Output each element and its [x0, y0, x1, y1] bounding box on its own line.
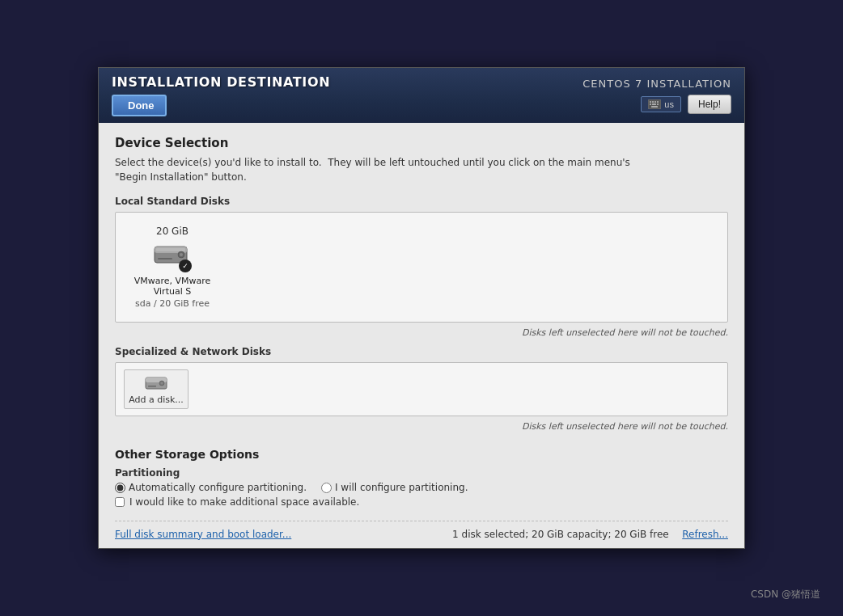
- local-disks-box: 20 GiB VMware, VMware Virt: [115, 212, 728, 323]
- manual-partition-label: I will configure partitioning.: [335, 482, 468, 493]
- other-storage-section: Other Storage Options Partitioning Autom…: [115, 440, 728, 514]
- installer-window: INSTALLATION DESTINATION Done CENTOS 7 I…: [98, 67, 745, 549]
- svg-rect-1: [650, 101, 651, 103]
- help-button[interactable]: Help!: [688, 95, 731, 114]
- svg-rect-14: [158, 258, 172, 259]
- additional-space-checkbox[interactable]: [115, 497, 125, 507]
- svg-rect-2: [652, 101, 654, 103]
- auto-partition-label: Automatically configure partitioning.: [129, 482, 307, 493]
- keyboard-label: us: [664, 99, 674, 109]
- auto-partition-radio[interactable]: [115, 483, 125, 493]
- network-disks-box: Add a disk...: [115, 362, 728, 416]
- keyboard-icon: [648, 99, 661, 109]
- unselected-note-2: Disks left unselected here will not be t…: [115, 421, 728, 432]
- additional-space-label: I would like to make additional space av…: [129, 496, 359, 508]
- disk-name: VMware, VMware Virtual S: [129, 276, 216, 297]
- network-disks-label: Specialized & Network Disks: [115, 346, 728, 357]
- svg-point-13: [180, 253, 183, 256]
- disk-info: sda / 20 GiB free: [135, 298, 210, 309]
- centos-title: CENTOS 7 INSTALLATION: [582, 78, 731, 90]
- header-right: CENTOS 7 INSTALLATION: [570, 68, 744, 123]
- svg-rect-4: [657, 101, 659, 103]
- selected-checkmark: [179, 259, 192, 272]
- svg-rect-8: [651, 106, 658, 108]
- content: Device Selection Select the device(s) yo…: [99, 123, 744, 548]
- disk-summary-text: 1 disk selected; 20 GiB capacity; 20 GiB…: [452, 529, 669, 540]
- device-selection-desc: Select the device(s) you'd like to insta…: [115, 155, 728, 184]
- disk-item[interactable]: 20 GiB VMware, VMware Virt: [124, 221, 221, 314]
- device-selection-title: Device Selection: [115, 136, 728, 150]
- svg-rect-11: [156, 248, 185, 251]
- svg-rect-19: [148, 386, 156, 387]
- header: INSTALLATION DESTINATION Done CENTOS 7 I…: [99, 68, 744, 123]
- outer-background: INSTALLATION DESTINATION Done CENTOS 7 I…: [0, 0, 843, 616]
- footer-summary: 1 disk selected; 20 GiB capacity; 20 GiB…: [452, 528, 728, 540]
- watermark: CSDN @猪悟道: [751, 588, 820, 601]
- header-left: INSTALLATION DESTINATION Done: [99, 68, 570, 123]
- svg-rect-3: [654, 101, 656, 103]
- manual-partition-radio[interactable]: [321, 483, 332, 493]
- svg-rect-7: [657, 103, 659, 105]
- footer-bar: Full disk summary and boot loader... 1 d…: [115, 521, 728, 548]
- page-title: INSTALLATION DESTINATION: [112, 74, 557, 90]
- refresh-link[interactable]: Refresh...: [682, 529, 728, 540]
- other-storage-title: Other Storage Options: [115, 448, 728, 461]
- auto-partition-option[interactable]: Automatically configure partitioning.: [115, 482, 307, 493]
- partitioning-options: Automatically configure partitioning. I …: [115, 482, 728, 493]
- svg-rect-6: [652, 103, 656, 105]
- done-button[interactable]: Done: [112, 95, 167, 116]
- add-disk-label: Add a disk...: [129, 394, 184, 405]
- manual-partition-option[interactable]: I will configure partitioning.: [321, 482, 468, 493]
- unselected-note-1: Disks left unselected here will not be t…: [115, 327, 728, 338]
- add-disk-button[interactable]: Add a disk...: [124, 369, 189, 409]
- partitioning-label: Partitioning: [115, 467, 728, 479]
- additional-space-option[interactable]: I would like to make additional space av…: [115, 496, 728, 508]
- svg-point-18: [161, 382, 163, 385]
- svg-rect-5: [650, 103, 651, 105]
- disk-icon-wrap: [153, 240, 192, 272]
- local-disks-label: Local Standard Disks: [115, 196, 728, 207]
- keyboard-button[interactable]: us: [641, 96, 681, 112]
- add-disk-icon: [144, 373, 168, 393]
- disk-size: 20 GiB: [156, 226, 189, 237]
- header-controls: us Help!: [641, 95, 731, 114]
- full-disk-link[interactable]: Full disk summary and boot loader...: [115, 529, 291, 540]
